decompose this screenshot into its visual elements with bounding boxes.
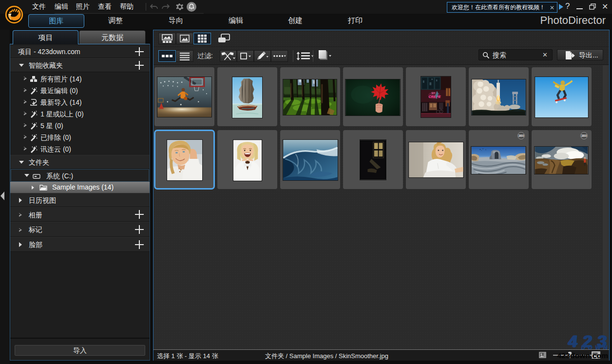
svg-text:CREPE: CREPE xyxy=(428,95,441,99)
